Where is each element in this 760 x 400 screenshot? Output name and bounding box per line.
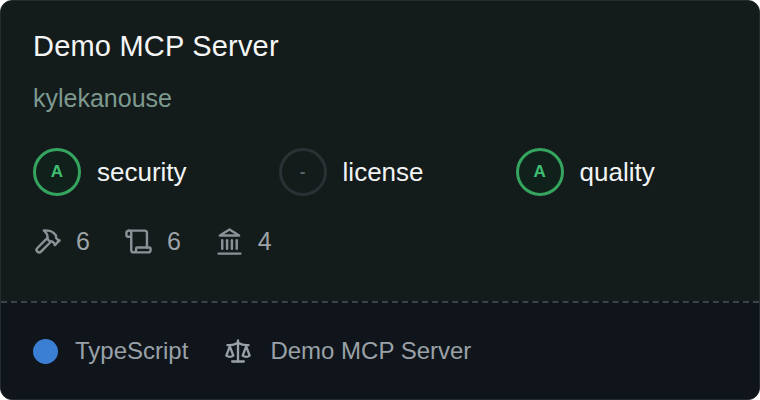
scroll-count: 6 — [167, 227, 181, 256]
hammer-icon — [33, 227, 62, 256]
author-name[interactable]: kylekanouse — [33, 85, 727, 111]
package-card[interactable]: Demo MCP Server kylekanouse A security -… — [0, 0, 760, 400]
security-grade-badge: A — [33, 148, 81, 196]
stat-landmark[interactable]: 4 — [215, 227, 272, 256]
scroll-icon — [124, 227, 153, 256]
stat-hammer[interactable]: 6 — [33, 227, 90, 256]
card-footer: TypeScript Demo MCP Server — [1, 301, 759, 399]
landmark-count: 4 — [258, 227, 272, 256]
landmark-icon — [215, 227, 244, 256]
license-grade-badge: - — [279, 148, 327, 196]
stat-scroll[interactable]: 6 — [124, 227, 181, 256]
scale-icon — [224, 337, 252, 365]
quality-score-label: quality — [580, 157, 655, 188]
scores-row: A security - license A quality — [33, 148, 727, 196]
security-score-label: security — [97, 157, 187, 188]
quality-grade-badge: A — [516, 148, 564, 196]
footer-server-name[interactable]: Demo MCP Server — [270, 337, 471, 365]
language-name: TypeScript — [75, 337, 188, 365]
hammer-count: 6 — [76, 227, 90, 256]
stats-row: 6 6 4 — [33, 227, 727, 256]
language-color-dot — [33, 339, 58, 364]
score-quality[interactable]: A quality — [516, 148, 655, 196]
score-security[interactable]: A security — [33, 148, 187, 196]
card-main-section: Demo MCP Server kylekanouse A security -… — [1, 1, 759, 301]
license-score-label: license — [343, 157, 424, 188]
page-title: Demo MCP Server — [33, 31, 727, 63]
score-license[interactable]: - license — [279, 148, 424, 196]
